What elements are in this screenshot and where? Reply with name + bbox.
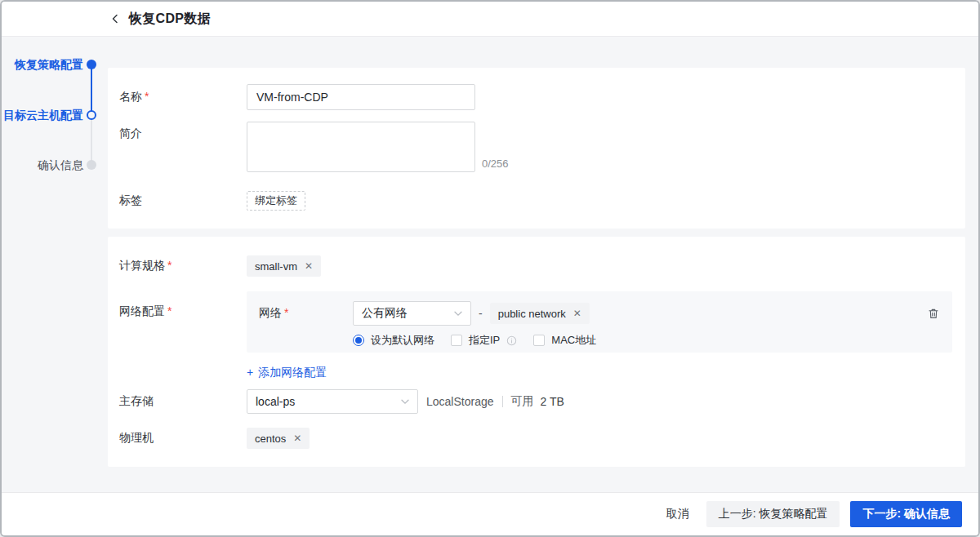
dash-separator: - xyxy=(479,307,483,320)
step-recovery-policy[interactable]: 恢复策略配置 xyxy=(2,59,108,70)
description-label: 简介 xyxy=(108,122,247,141)
step-dot-pending xyxy=(87,160,96,170)
primary-storage-label: 主存储 xyxy=(108,394,247,409)
network-chip: public network ✕ xyxy=(490,303,590,324)
plus-icon: + xyxy=(247,364,253,380)
chevron-down-icon xyxy=(401,399,409,405)
required-mark: * xyxy=(167,304,172,317)
step-dot-current xyxy=(87,110,96,120)
storage-available-label: 可用 xyxy=(511,394,534,409)
chip-label: small-vm xyxy=(255,260,297,273)
restore-cdp-window: 恢复CDP数据 恢复策略配置 目标云主机配置 确认信息 xyxy=(0,0,980,537)
form-area: 名称* 简介 0/256 标签 绑定标签 计算规格* xyxy=(108,37,978,492)
mac-address-checkbox[interactable] xyxy=(533,335,545,346)
close-icon[interactable]: ✕ xyxy=(293,433,301,443)
l3-network-select[interactable]: 公有网络 xyxy=(353,301,471,326)
select-value: local-ps xyxy=(256,395,295,408)
close-icon[interactable]: ✕ xyxy=(305,261,313,271)
network-config-panel: 网络* 公有网络 - public network ✕ xyxy=(247,291,952,353)
instance-offering-chip: small-vm ✕ xyxy=(247,255,321,277)
default-network-radio[interactable] xyxy=(353,335,364,346)
select-value: 公有网络 xyxy=(362,306,408,321)
required-mark: * xyxy=(145,90,149,103)
name-label: 名称* xyxy=(108,90,247,104)
host-chip: centos ✕ xyxy=(247,428,310,449)
chip-label: centos xyxy=(255,433,286,445)
chevron-down-icon xyxy=(454,311,462,317)
footer-bar: 取消 上一步: 恢复策略配置 下一步: 确认信息 xyxy=(2,492,978,535)
storage-available-value: 2 TB xyxy=(541,395,564,408)
primary-storage-select[interactable]: local-ps xyxy=(247,389,418,414)
add-network-label[interactable]: 添加网络配置 xyxy=(258,364,327,380)
basic-info-card: 名称* 简介 0/256 标签 绑定标签 xyxy=(108,68,965,229)
step-connector-pending xyxy=(91,115,92,165)
default-network-option: 设为默认网络 xyxy=(353,333,434,348)
step-dot-done xyxy=(87,60,96,69)
back-icon[interactable] xyxy=(110,14,120,24)
cancel-button[interactable]: 取消 xyxy=(660,501,696,527)
step-label[interactable]: 目标云主机配置 xyxy=(3,109,83,121)
tag-label: 标签 xyxy=(108,193,247,208)
name-input[interactable] xyxy=(247,84,475,110)
mac-address-option: MAC地址 xyxy=(533,333,596,348)
step-label[interactable]: 恢复策略配置 xyxy=(15,59,83,70)
trash-icon[interactable] xyxy=(928,308,939,319)
description-textarea[interactable] xyxy=(247,122,475,172)
static-ip-checkbox[interactable] xyxy=(451,335,462,346)
divider xyxy=(502,396,503,407)
next-step-button[interactable]: 下一步: 确认信息 xyxy=(850,501,962,527)
char-counter: 0/256 xyxy=(482,158,509,170)
chip-label: public network xyxy=(498,308,566,320)
required-mark: * xyxy=(167,259,172,272)
step-target-vm-config[interactable]: 目标云主机配置 xyxy=(2,109,108,121)
checkbox-label[interactable]: 指定IP xyxy=(469,333,500,348)
checkbox-label[interactable]: MAC地址 xyxy=(551,333,596,348)
storage-info: LocalStorage 可用 2 TB xyxy=(426,394,564,409)
network-config-label: 网络配置* xyxy=(108,291,247,319)
step-label: 确认信息 xyxy=(38,159,83,171)
required-mark: * xyxy=(284,306,288,319)
network-row-label: 网络* xyxy=(259,306,353,321)
instance-offering-label: 计算规格* xyxy=(108,259,247,273)
page-header: 恢复CDP数据 xyxy=(2,2,978,37)
static-ip-option: 指定IP xyxy=(451,333,517,348)
wizard-steps: 恢复策略配置 目标云主机配置 确认信息 xyxy=(2,37,108,492)
close-icon[interactable]: ✕ xyxy=(573,308,581,318)
prev-step-button[interactable]: 上一步: 恢复策略配置 xyxy=(706,501,840,527)
host-label: 物理机 xyxy=(108,431,247,446)
step-confirm-info: 确认信息 xyxy=(2,159,108,171)
page-title: 恢复CDP数据 xyxy=(129,11,211,28)
storage-type-text: LocalStorage xyxy=(426,395,494,408)
bind-tag-button[interactable]: 绑定标签 xyxy=(247,191,305,211)
step-connector-active xyxy=(91,64,92,115)
add-network-link[interactable]: + 添加网络配置 xyxy=(247,364,327,380)
radio-label[interactable]: 设为默认网络 xyxy=(371,333,434,348)
target-config-card: 计算规格* small-vm ✕ 网络配置* xyxy=(108,237,965,467)
info-icon[interactable] xyxy=(506,335,517,346)
